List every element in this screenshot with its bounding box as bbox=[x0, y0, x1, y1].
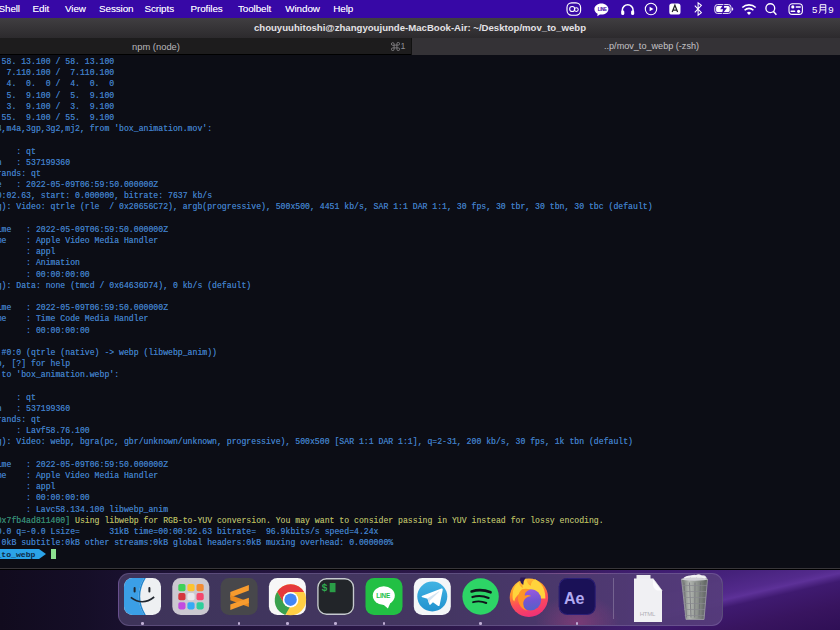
svg-text:LINE: LINE bbox=[376, 592, 391, 599]
svg-text:HTML: HTML bbox=[640, 611, 656, 617]
svg-text:Ae: Ae bbox=[564, 590, 585, 607]
svg-text:$: $ bbox=[321, 583, 327, 594]
